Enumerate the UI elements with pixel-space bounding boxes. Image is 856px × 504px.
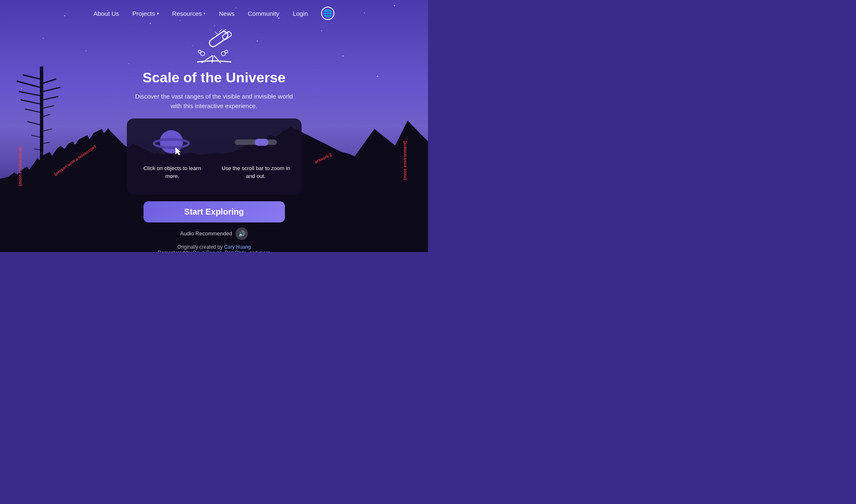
svg-line-6 [223,30,226,31]
main-nav: About Us Projects ▾ Resources ▾ News Com… [0,0,428,27]
nav-login[interactable]: Login [293,10,308,17]
page-title: Scale of the Universe [143,69,286,86]
demo-illustrations-row: Click on objects to learn more. Use the … [137,126,292,180]
svg-point-10 [198,50,201,53]
globe-icon[interactable]: 🌐 [321,7,334,20]
hero-subtitle: Discover the vast ranges of the visible … [135,91,293,111]
audio-recommended-label: Audio Recommended [180,230,232,237]
planet-illustration [151,126,193,159]
audio-icon[interactable]: 🔊 [235,227,248,240]
click-demo-text: Click on objects to learn more. [137,164,208,180]
more-link[interactable]: more [259,250,270,252]
svg-point-12 [225,50,228,53]
resources-chevron-icon: ▾ [203,11,205,16]
svg-line-2 [212,56,213,63]
demo-card: Click on objects to learn more. Use the … [127,119,302,195]
ben-plate-link[interactable]: Ben Plate [225,250,246,252]
nav-projects[interactable]: Projects ▾ [132,10,158,17]
credits-line1: Originally created by Cary Huang [0,244,428,250]
scrollbar-illustration [231,126,281,159]
credits-section: Originally created by Cary Huang Remaste… [0,244,428,252]
nav-news[interactable]: News [219,10,235,17]
start-exploring-button[interactable]: Start Exploring [143,201,285,222]
svg-line-8 [215,32,218,34]
projects-chevron-icon: ▾ [157,11,159,16]
nav-about-us[interactable]: About Us [94,10,119,17]
svg-rect-18 [255,138,268,146]
hero-section: Scale of the Universe Discover the vast … [0,27,428,240]
scroll-demo-item: Use the scroll bar to zoom in and out. [220,126,292,180]
credits-line2: Remastered by Dave Caruso, Ben Plate, an… [0,250,428,252]
dave-caruso-link[interactable]: Dave Caruso [193,250,222,252]
audio-row: Audio Recommended 🔊 [180,227,248,240]
nav-community[interactable]: Community [248,10,280,17]
svg-point-13 [160,130,183,153]
svg-line-1 [214,56,220,63]
click-demo-item: Click on objects to learn more. [137,126,208,180]
cary-huang-link[interactable]: Cary Huang [224,244,251,250]
svg-line-0 [202,56,212,63]
nav-resources[interactable]: Resources ▾ [172,10,206,17]
scroll-demo-text: Use the scroll bar to zoom in and out. [220,164,292,180]
svg-line-5 [219,30,222,32]
telescope-icon [189,29,239,66]
